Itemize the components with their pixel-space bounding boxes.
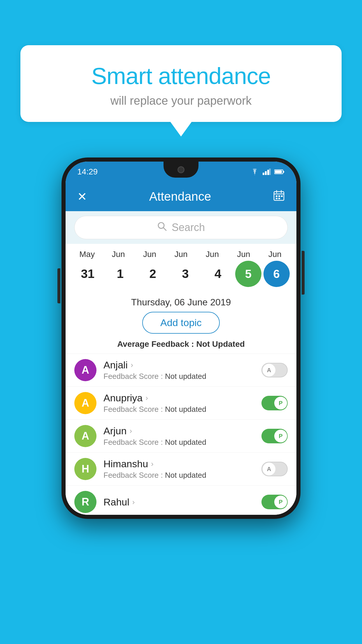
toggle-present[interactable]: P <box>261 396 288 410</box>
attendance-toggle[interactable]: P <box>261 495 288 509</box>
add-topic-button[interactable]: Add topic <box>142 312 220 334</box>
month-3: Jun <box>166 250 196 259</box>
avg-feedback: Average Feedback : Not Updated <box>66 338 296 354</box>
phone-container: 14:29 <box>61 158 301 519</box>
date-3[interactable]: 3 <box>170 267 201 281</box>
feedback-value: Not updated <box>165 372 206 381</box>
svg-rect-1 <box>265 171 267 175</box>
svg-rect-14 <box>276 198 277 199</box>
toggle-present[interactable]: P <box>261 429 288 443</box>
toggle-knob: P <box>274 397 287 410</box>
student-name: Himanshu › <box>103 458 261 470</box>
student-name: Anjali › <box>103 359 261 371</box>
student-feedback: Feedback Score : Not updated <box>103 372 261 381</box>
feedback-value: Not updated <box>165 405 206 414</box>
feedback-value: Not updated <box>165 438 206 447</box>
svg-rect-3 <box>269 169 271 175</box>
student-name: Rahul › <box>103 496 261 508</box>
calendar-dates[interactable]: 31 1 2 3 4 5 6 <box>68 261 294 287</box>
svg-rect-6 <box>275 170 282 173</box>
toggle-knob: A <box>263 463 275 475</box>
bubble-title: Smart attendance <box>35 63 327 90</box>
wifi-icon <box>250 169 259 175</box>
student-info: Anupriya › Feedback Score : Not updated <box>103 392 261 414</box>
camera <box>178 166 184 173</box>
avatar: A <box>74 392 96 414</box>
avatar: H <box>74 458 96 480</box>
attendance-toggle[interactable]: A <box>261 363 288 377</box>
avg-feedback-label: Average Feedback : <box>117 340 196 349</box>
chevron-right-icon: › <box>151 459 154 468</box>
feedback-value: Not updated <box>165 471 206 480</box>
avatar: A <box>74 359 96 381</box>
calendar-button[interactable] <box>273 190 285 204</box>
svg-rect-15 <box>278 198 280 199</box>
chevron-right-icon: › <box>131 360 133 370</box>
battery-icon <box>274 169 285 175</box>
toggle-absent[interactable]: A <box>261 363 288 377</box>
calendar-months: May Jun Jun Jun Jun Jun Jun <box>68 250 294 259</box>
status-bar: 14:29 <box>66 162 296 182</box>
selected-date-label: Thursday, 06 June 2019 <box>66 293 296 312</box>
close-button[interactable]: ✕ <box>77 190 87 203</box>
app-bar-title: Attendance <box>149 190 211 204</box>
attendance-toggle[interactable]: A <box>261 462 288 476</box>
svg-rect-0 <box>263 173 264 175</box>
svg-rect-5 <box>283 171 284 173</box>
avatar: R <box>74 491 96 513</box>
date-6-selected[interactable]: 6 <box>263 261 290 287</box>
avatar: A <box>74 425 96 447</box>
avg-feedback-value: Not Updated <box>196 340 245 349</box>
signal-icon <box>263 169 271 175</box>
student-feedback: Feedback Score : Not updated <box>103 438 261 447</box>
month-0: May <box>72 250 102 259</box>
notch <box>164 162 198 178</box>
date-4[interactable]: 4 <box>203 267 233 281</box>
calendar-strip: May Jun Jun Jun Jun Jun Jun 31 1 2 3 4 5… <box>66 244 296 290</box>
attendance-toggle[interactable]: P <box>261 396 288 410</box>
list-item[interactable]: A Anjali › Feedback Score : Not updated … <box>66 354 296 386</box>
date-2[interactable]: 2 <box>138 267 168 281</box>
student-info: Rahul › <box>103 496 261 508</box>
app-bar: ✕ Attendance <box>66 182 296 211</box>
date-1[interactable]: 1 <box>105 267 136 281</box>
bubble-subtitle: will replace your paperwork <box>35 94 327 107</box>
phone-outer: 14:29 <box>61 158 301 519</box>
student-feedback: Feedback Score : Not updated <box>103 471 261 480</box>
student-info: Himanshu › Feedback Score : Not updated <box>103 458 261 480</box>
student-info: Arjun › Feedback Score : Not updated <box>103 425 261 447</box>
toggle-absent[interactable]: A <box>261 462 288 476</box>
date-31[interactable]: 31 <box>72 267 103 281</box>
search-bar[interactable]: Search <box>74 216 288 239</box>
list-item[interactable]: A Anupriya › Feedback Score : Not update… <box>66 386 296 419</box>
svg-line-17 <box>163 228 166 230</box>
svg-rect-12 <box>278 195 280 197</box>
toggle-present[interactable]: P <box>261 495 288 509</box>
month-2: Jun <box>134 250 165 259</box>
attendance-toggle[interactable]: P <box>261 429 288 443</box>
speech-bubble-container: Smart attendance will replace your paper… <box>20 45 342 122</box>
list-item[interactable]: A Arjun › Feedback Score : Not updated P <box>66 419 296 452</box>
status-icons <box>250 169 285 175</box>
svg-rect-11 <box>276 195 277 197</box>
month-6: Jun <box>260 250 290 259</box>
student-list: A Anjali › Feedback Score : Not updated … <box>66 354 296 515</box>
student-name: Arjun › <box>103 425 261 437</box>
speech-bubble: Smart attendance will replace your paper… <box>20 45 342 122</box>
status-time: 14:29 <box>77 167 98 176</box>
search-bar-container: Search <box>66 211 296 244</box>
content-area: Thursday, 06 June 2019 Add topic Average… <box>66 290 296 515</box>
list-item[interactable]: R Rahul › P <box>66 485 296 515</box>
date-5-today[interactable]: 5 <box>235 261 261 287</box>
search-input[interactable]: Search <box>172 221 205 234</box>
toggle-knob: A <box>263 364 275 377</box>
svg-rect-2 <box>267 170 269 175</box>
month-1: Jun <box>103 250 134 259</box>
chevron-right-icon: › <box>129 426 132 435</box>
search-icon <box>157 221 167 234</box>
chevron-right-icon: › <box>132 498 135 507</box>
student-feedback: Feedback Score : Not updated <box>103 405 261 414</box>
list-item[interactable]: H Himanshu › Feedback Score : Not update… <box>66 452 296 485</box>
month-5: Jun <box>228 250 259 259</box>
student-info: Anjali › Feedback Score : Not updated <box>103 359 261 381</box>
